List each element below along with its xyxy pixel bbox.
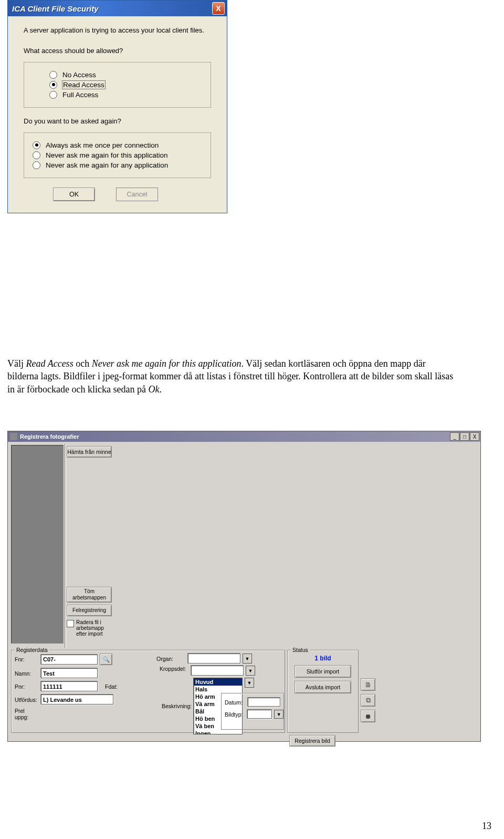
chevron-down-icon[interactable]: ▼ xyxy=(243,654,252,664)
radio-label: Never ask me again for this application xyxy=(46,151,168,159)
radio-label: Full Access xyxy=(62,91,98,99)
ica-message: A server application is trying to access… xyxy=(24,26,211,35)
radio-label: Read Access xyxy=(62,81,105,89)
utfordus-field[interactable]: L) Levande us xyxy=(41,695,113,705)
registerdata-legend: Registerdata xyxy=(15,647,49,653)
delete-after-import-label: Radera fil i arbetsmapp efter import xyxy=(76,619,113,637)
radio-full-access[interactable]: Full Access xyxy=(49,91,202,99)
app-icon xyxy=(10,433,17,440)
bildtyp-label: Bildtyp: xyxy=(225,711,245,718)
ica-question-again: Do you want to be asked again? xyxy=(24,117,211,125)
radio-label: No Access xyxy=(62,71,96,79)
ica-title: ICA Client File Security xyxy=(12,4,98,13)
window-title: Registrera fotografier xyxy=(20,433,79,440)
finish-import-button[interactable]: Slutför import xyxy=(295,665,351,678)
datum-field[interactable] xyxy=(248,698,280,707)
register-window: Registrera fotografier _ □ X Hämta från … xyxy=(7,431,481,742)
chevron-down-icon[interactable]: ▼ xyxy=(245,678,254,688)
beskrivning-label: Beskrivning: xyxy=(162,703,191,709)
radio-label: Never ask me again for any application xyxy=(46,161,168,169)
register-titlebar: Registrera fotografier _ □ X xyxy=(8,431,480,442)
divider xyxy=(65,444,66,648)
ok-button[interactable]: OK xyxy=(53,188,95,201)
radio-ask-once[interactable]: Always ask me once per connection xyxy=(33,141,202,149)
radio-label: Always ask me once per connection xyxy=(46,141,159,149)
maximize-button[interactable]: □ xyxy=(460,432,469,441)
chevron-down-icon[interactable]: ▼ xyxy=(274,710,284,719)
organ-label: Organ: xyxy=(156,656,186,662)
ask-again-group: Always ask me once per connection Never … xyxy=(24,132,211,178)
utfordus-label: Utfördus: xyxy=(15,697,39,703)
fnr-label: Fnr: xyxy=(15,656,39,662)
abort-import-button[interactable]: Avsluta import xyxy=(295,681,351,693)
chevron-down-icon[interactable]: ▼ xyxy=(246,666,255,676)
preluppg-label: Prel uppg: xyxy=(15,708,39,720)
fnr-field[interactable]: C07- xyxy=(41,655,98,665)
status-count: 1 bild xyxy=(288,655,358,662)
list-item[interactable]: Ingen xyxy=(194,730,242,734)
radio-no-access[interactable]: No Access xyxy=(49,71,202,79)
namn-label: Namn: xyxy=(15,670,39,677)
list-item[interactable]: Huvud xyxy=(194,678,242,686)
fetch-from-memory-button[interactable]: Hämta från minne xyxy=(67,446,112,458)
date-type-fieldset: Datum: Bildtyp: ▼ xyxy=(221,693,284,730)
page-number: 13 xyxy=(482,821,491,832)
document-paragraph: Välj Read Access och Never ask me again … xyxy=(7,357,459,396)
minimize-button[interactable]: _ xyxy=(450,432,459,441)
organ-field[interactable] xyxy=(188,654,240,664)
status-fieldset: Status 1 bild Slutför import Avsluta imp… xyxy=(287,650,359,733)
kroppsdel-field[interactable] xyxy=(191,666,244,676)
empty-workfolder-button[interactable]: Töm arbetsmappen xyxy=(67,587,112,603)
datum-label: Datum: xyxy=(225,699,246,706)
ica-dialog: ICA Client File Security X A server appl… xyxy=(7,0,227,213)
kroppsdel-label: Kroppsdel: xyxy=(160,666,189,672)
record-icon[interactable]: ⏺ xyxy=(361,710,375,722)
close-icon[interactable]: X xyxy=(212,2,225,15)
bildtyp-field[interactable] xyxy=(247,710,272,719)
status-legend: Status xyxy=(291,647,310,653)
delete-after-import-checkbox[interactable] xyxy=(67,620,74,627)
list-item[interactable]: Hals xyxy=(194,686,242,693)
ica-titlebar: ICA Client File Security X xyxy=(8,1,227,16)
search-icon[interactable]: 🔍 xyxy=(100,654,112,665)
cancel-button: Cancel xyxy=(116,188,158,201)
document-icon[interactable]: 🗎 xyxy=(361,678,375,691)
pnr-label: Pnr: xyxy=(15,683,39,690)
close-button[interactable]: X xyxy=(470,432,479,441)
radio-never-this-app[interactable]: Never ask me again for this application xyxy=(33,151,202,159)
register-image-button[interactable]: Registrera bild xyxy=(289,735,335,747)
radio-read-access[interactable]: Read Access xyxy=(49,81,202,89)
thumbnail-panel xyxy=(11,445,64,644)
radio-never-any-app[interactable]: Never ask me again for any application xyxy=(33,161,202,169)
fdat-label: Fdat: xyxy=(105,683,118,690)
access-group: No Access Read Access Full Access xyxy=(24,62,211,108)
ica-question-access: What access should be allowed? xyxy=(24,47,211,55)
misregistration-button[interactable]: Felregistrering xyxy=(67,605,112,616)
copy-icon[interactable]: ⧉ xyxy=(361,694,375,707)
pnr-field[interactable]: 111111 xyxy=(41,681,98,691)
namn-field[interactable]: Test xyxy=(41,668,98,678)
